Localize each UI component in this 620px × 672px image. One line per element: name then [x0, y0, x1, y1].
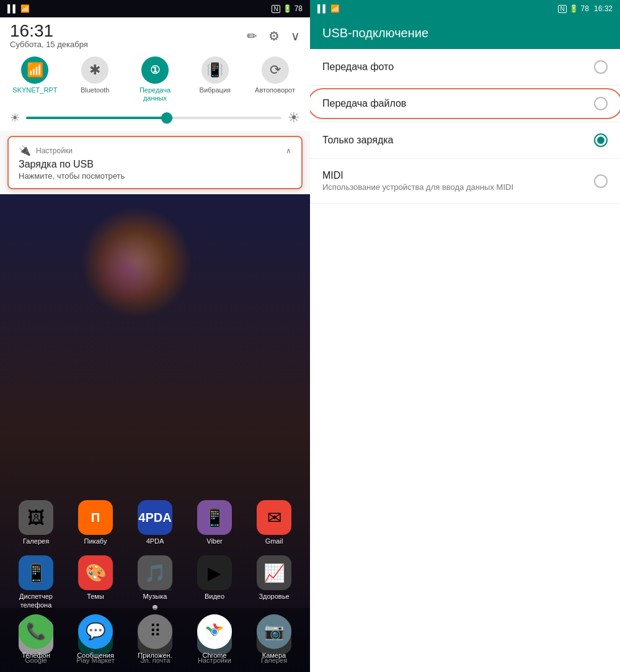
- right-panel: ▌▌ 📶 N 🔋 78 16:32 USB-подключение Переда…: [310, 0, 620, 672]
- svg-point-3: [212, 629, 217, 634]
- app-health-label: Здоровье: [259, 593, 289, 601]
- dock-phone[interactable]: 📞 Телефон: [8, 614, 64, 660]
- brightness-thumb: [161, 112, 172, 123]
- dock-phone-icon: 📞: [19, 614, 53, 649]
- home-screen: ka 🖼 Галерея П Пикабу 4PDA 4PDA 📱: [0, 194, 310, 672]
- dock-messages[interactable]: 💬 Сообщения: [68, 614, 123, 660]
- app-music[interactable]: 🎵 Музыка: [127, 555, 183, 609]
- right-battery-level: 78: [581, 4, 589, 13]
- right-wifi-icon: 📶: [330, 4, 340, 13]
- notif-text: Нажмите, чтобы посмотреть: [19, 171, 291, 181]
- app-dispatcher-label: Диспетчер телефона: [8, 593, 64, 609]
- app-4pda-icon: 4PDA: [138, 500, 172, 535]
- tile-data[interactable]: ① Передача данных: [128, 56, 182, 102]
- dock-apps[interactable]: ⠿ Приложен.: [127, 614, 183, 660]
- settings-icon[interactable]: ⚙: [268, 29, 280, 43]
- right-status-left: ▌▌ 📶: [317, 4, 340, 13]
- option-file-title: Передача файлов: [322, 98, 594, 109]
- option-midi-title: MIDI: [322, 170, 594, 181]
- app-dispatcher-icon: 📱: [19, 555, 53, 590]
- option-file-text: Передача файлов: [322, 98, 594, 109]
- app-gmail[interactable]: ✉ Gmail: [246, 500, 302, 545]
- option-photo-radio[interactable]: [594, 60, 608, 74]
- dock-chrome-label: Chrome: [202, 652, 226, 660]
- app-pikabu-icon: П: [78, 500, 113, 535]
- dock-messages-label: Сообщения: [77, 652, 114, 660]
- option-file-transfer[interactable]: Передача файлов: [310, 86, 620, 122]
- wifi-tile-label: SKYNET_RPT: [12, 86, 57, 94]
- app-gmail-label: Gmail: [265, 537, 283, 545]
- app-row-1: 🖼 Галерея П Пикабу 4PDA 4PDA 📱 Viber ✉: [0, 498, 310, 548]
- data-tile-label: Передача данных: [128, 86, 182, 102]
- left-status-bar: ▌▌ 📶 N 🔋 78: [0, 0, 310, 17]
- app-themes-icon: 🎨: [78, 555, 113, 590]
- left-status-right: N 🔋 78: [272, 4, 303, 13]
- tile-rotate[interactable]: ⟳ Автоповорот: [248, 56, 303, 102]
- app-video-label: Видео: [205, 593, 224, 601]
- tile-bluetooth[interactable]: ✱ Bluetooth: [68, 56, 122, 102]
- app-video[interactable]: ▶ Видео: [187, 555, 242, 609]
- battery-level: 78: [294, 4, 303, 13]
- app-themes-label: Темы: [87, 593, 104, 601]
- notif-header: 🔌 Настройки ∧: [19, 145, 291, 156]
- option-charge-text: Только зарядка: [322, 135, 594, 146]
- right-battery-icon: 🔋: [569, 4, 578, 13]
- notification-shade: 16:31 Суббота, 15 декабря ✏ ⚙ ∨ 📶 SKYNET…: [0, 17, 310, 194]
- notification-card[interactable]: 🔌 Настройки ∧ Зарядка по USB Нажмите, чт…: [7, 136, 303, 189]
- edit-icon[interactable]: ✏: [247, 29, 257, 43]
- vibrate-tile-label: Вибрация: [200, 86, 231, 94]
- brightness-fill: [26, 117, 167, 119]
- option-photo-transfer[interactable]: Передача фото: [310, 49, 620, 86]
- dock-chrome[interactable]: Chrome: [187, 614, 242, 660]
- bluetooth-tile-label: Bluetooth: [81, 86, 109, 94]
- app-viber-icon: 📱: [197, 500, 232, 535]
- app-health-icon: 📈: [257, 555, 291, 590]
- quick-tiles: 📶 SKYNET_RPT ✱ Bluetooth ① Передача данн…: [0, 52, 310, 107]
- app-4pda-label: 4PDA: [146, 537, 164, 545]
- brightness-low-icon: ☀: [10, 111, 20, 125]
- tile-wifi[interactable]: 📶 SKYNET_RPT: [7, 56, 62, 102]
- option-charge-radio[interactable]: [594, 133, 608, 147]
- notif-title: Зарядка по USB: [19, 159, 291, 170]
- qs-action-icons: ✏ ⚙ ∨: [247, 29, 300, 43]
- option-charge-only[interactable]: Только зарядка: [310, 122, 620, 159]
- right-status-right: N 🔋 78 16:32: [558, 4, 613, 13]
- app-themes[interactable]: 🎨 Темы: [68, 555, 123, 609]
- app-music-icon: 🎵: [138, 555, 172, 590]
- right-time: 16:32: [594, 4, 613, 13]
- tile-vibrate[interactable]: 📳 Вибрация: [188, 56, 242, 102]
- notif-expand-icon[interactable]: ∧: [286, 146, 291, 155]
- rotate-tile-icon: ⟳: [262, 56, 289, 84]
- app-health[interactable]: 📈 Здоровье: [246, 555, 302, 609]
- option-file-radio[interactable]: [594, 97, 608, 110]
- left-panel: ▌▌ 📶 N 🔋 78 16:31 Суббота, 15 декабря ✏ …: [0, 0, 310, 672]
- app-viber[interactable]: 📱 Viber: [187, 500, 242, 545]
- option-charge-title: Только зарядка: [322, 135, 594, 146]
- bluetooth-tile-icon: ✱: [81, 56, 108, 84]
- option-midi[interactable]: MIDI Использование устройства для ввода …: [310, 159, 620, 204]
- battery-icon: 🔋: [283, 4, 292, 13]
- notif-usb-icon: 🔌: [19, 145, 31, 156]
- app-pikabu[interactable]: П Пикабу: [68, 500, 123, 545]
- dock-phone-label: Телефон: [22, 652, 50, 660]
- dock-camera-icon: 📷: [257, 614, 291, 649]
- expand-icon[interactable]: ∨: [291, 29, 300, 43]
- nfc-icon: N: [272, 5, 280, 13]
- right-signal-icon: ▌▌: [317, 4, 328, 13]
- dock-camera[interactable]: 📷 Камера: [246, 614, 302, 660]
- qs-header: 16:31 Суббота, 15 декабря ✏ ⚙ ∨: [0, 17, 310, 52]
- app-4pda[interactable]: 4PDA 4PDA: [127, 500, 183, 545]
- brightness-slider[interactable]: [26, 117, 281, 119]
- wifi-tile-icon: 📶: [21, 56, 48, 84]
- data-tile-icon: ①: [141, 56, 169, 84]
- dock-messages-icon: 💬: [78, 614, 113, 649]
- option-midi-radio[interactable]: [594, 174, 608, 188]
- app-dispatcher[interactable]: 📱 Диспетчер телефона: [8, 555, 64, 609]
- right-nfc-icon: N: [558, 5, 566, 13]
- deco-circle2: [93, 231, 167, 306]
- dock-apps-label: Приложен.: [138, 652, 172, 660]
- app-galereya[interactable]: 🖼 Галерея: [8, 500, 64, 545]
- option-photo-title: Передача фото: [322, 61, 594, 73]
- app-gmail-icon: ✉: [257, 500, 291, 535]
- notif-app-name: Настройки: [36, 146, 73, 155]
